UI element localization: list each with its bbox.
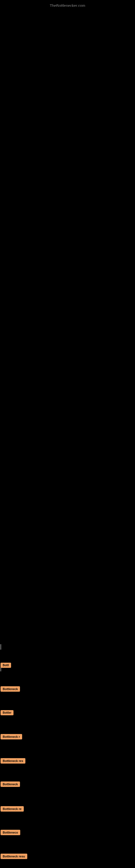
cursor-line-1 xyxy=(1,644,1,650)
bottleneck-button-3[interactable]: Bottler xyxy=(1,710,13,715)
bottleneck-button-5[interactable]: Bottleneck res xyxy=(1,758,26,764)
bottleneck-button-6[interactable]: Bottleneck xyxy=(1,781,20,787)
bottleneck-button-9[interactable]: Bottleneck resu xyxy=(1,854,27,859)
bottleneck-button-4[interactable]: Bottleneck r xyxy=(1,734,22,739)
main-content-area xyxy=(0,7,135,647)
bottleneck-button-2[interactable]: Bottleneck xyxy=(1,686,20,692)
bottleneck-button-1[interactable]: Bottl xyxy=(1,663,11,668)
bottleneck-button-8[interactable]: Bottleneco xyxy=(1,830,20,835)
bottleneck-button-7[interactable]: Bottleneck re xyxy=(1,806,24,812)
